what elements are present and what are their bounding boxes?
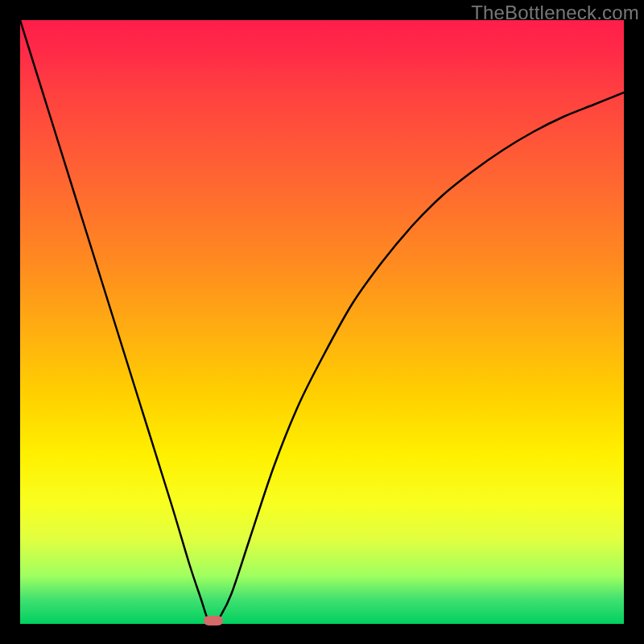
plot-area [20,20,624,624]
minimum-marker [204,616,223,625]
chart-frame: TheBottleneck.com [0,0,644,644]
bottleneck-curve [20,20,624,624]
watermark-text: TheBottleneck.com [471,2,639,24]
